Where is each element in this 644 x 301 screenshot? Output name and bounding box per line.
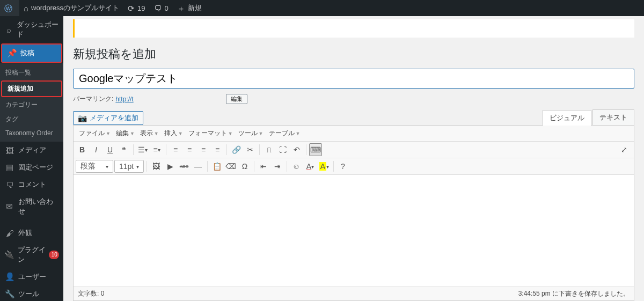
sidebar-label-dashboard: ダッシュボード xyxy=(17,20,59,39)
comments-count: 0 xyxy=(165,4,169,12)
menu-insert[interactable]: 挿入▼ xyxy=(162,128,185,139)
page-icon: ▤ xyxy=(4,163,15,172)
menu-table[interactable]: テーブル▼ xyxy=(267,128,303,139)
plug-icon: 🔌 xyxy=(4,250,14,260)
new-link[interactable]: ＋新規 xyxy=(173,0,206,16)
sidebar-item-users[interactable]: 👤ユーザー xyxy=(0,268,63,285)
sidebar-item-tools[interactable]: 🔧ツール xyxy=(0,285,63,301)
menu-file[interactable]: ファイル▼ xyxy=(77,128,113,139)
outdent-button[interactable]: ⇤ xyxy=(257,160,270,173)
sub-posts-list[interactable]: 投稿一覧 xyxy=(0,65,63,80)
sidebar-label-contact: お問い合わせ xyxy=(18,197,59,216)
undo-button[interactable]: ↶ xyxy=(290,143,303,156)
ol-button[interactable]: ≡▾ xyxy=(150,143,163,156)
image-button[interactable]: 🖼 xyxy=(150,160,163,173)
align-justify-button[interactable]: ≡ xyxy=(211,143,224,156)
unlink-button[interactable]: ✂ xyxy=(244,143,257,156)
fullscreen-button[interactable]: ⛶ xyxy=(276,143,289,156)
main: 新規投稿を追加 パーマリンク: http://t 編集 📷メディアを追加 ビジュ… xyxy=(63,0,644,301)
fullscreen-icon: ⤢ xyxy=(621,145,627,154)
align-left-button[interactable]: ≡ xyxy=(169,143,182,156)
textcolor-button[interactable]: A▾ xyxy=(304,160,317,173)
underline-button[interactable]: U xyxy=(104,143,116,156)
paragraph-select[interactable]: 段落▾ xyxy=(76,160,113,173)
sidebar-item-media[interactable]: 🖼メディア xyxy=(0,142,63,159)
wordpress-icon: ⓦ xyxy=(4,4,12,12)
media-button[interactable]: ▶ xyxy=(164,160,177,173)
keyboard-icon: ⌨ xyxy=(310,145,321,154)
expand-icon: ⛶ xyxy=(279,145,287,154)
align-right-button[interactable]: ≡ xyxy=(197,143,210,156)
menu-tools[interactable]: ツール▼ xyxy=(236,128,266,139)
editor-menubar: ファイル▼ 編集▼ 表示▼ 挿入▼ フォーマット▼ ツール▼ テーブル▼ xyxy=(74,126,634,142)
image-icon: 🖼 xyxy=(152,162,160,171)
paste-button[interactable]: 📋 xyxy=(210,160,223,173)
permalink-row: パーマリンク: http://t 編集 xyxy=(73,94,634,104)
outdent-icon: ⇤ xyxy=(260,162,267,171)
align-center-icon: ≡ xyxy=(187,145,192,154)
comments-link[interactable]: 🗨0 xyxy=(150,0,173,16)
sidebar-item-appearance[interactable]: 🖌外観 xyxy=(0,224,63,241)
editor-canvas[interactable] xyxy=(74,175,634,287)
more-button[interactable]: ⎍ xyxy=(262,143,275,156)
post-title-input[interactable] xyxy=(73,69,634,89)
eraser-icon: ⌫ xyxy=(225,162,236,171)
italic-button[interactable]: I xyxy=(90,143,103,156)
menu-edit[interactable]: 編集▼ xyxy=(114,128,137,139)
refresh-link[interactable]: ⟳19 xyxy=(123,0,149,16)
edit-permalink-button[interactable]: 編集 xyxy=(226,94,247,104)
sidebar-label-plugins: プラグイン xyxy=(18,245,47,265)
bgcolor-button[interactable]: A▾ xyxy=(318,160,331,173)
plus-icon: ＋ xyxy=(177,4,185,12)
sidebar-item-dashboard[interactable]: ⌕ダッシュボード xyxy=(0,16,63,43)
wrench-icon: 🔧 xyxy=(4,289,15,299)
sidebar-item-contact[interactable]: ✉お問い合わせ xyxy=(0,193,63,220)
add-media-button[interactable]: 📷メディアを追加 xyxy=(73,111,143,125)
strike-button[interactable]: ABC xyxy=(178,160,191,173)
sub-tags[interactable]: タグ xyxy=(0,112,63,127)
quote-icon: ❝ xyxy=(122,145,126,154)
sidebar-item-comments[interactable]: 🗨コメント xyxy=(0,176,63,193)
editor-toolbar-1: B I U ❝ ☰▾ ≡▾ ≡ ≡ ≡ ≡ 🔗 ✂ ⎍ ⛶ ↶ ⌨ ⤢ xyxy=(74,142,634,158)
dashboard-icon: ⌕ xyxy=(4,25,13,34)
sidebar-label-tools: ツール xyxy=(18,289,39,299)
sub-posts-new[interactable]: 新規追加 xyxy=(2,82,61,96)
bg-color-icon: A xyxy=(319,162,326,171)
menu-format[interactable]: フォーマット▼ xyxy=(186,128,235,139)
emoji-button[interactable]: ☺ xyxy=(290,160,303,173)
add-media-label: メディアを追加 xyxy=(90,113,138,123)
align-center-button[interactable]: ≡ xyxy=(183,143,196,156)
user-icon: 👤 xyxy=(4,272,15,282)
clear-format-button[interactable]: ⌫ xyxy=(224,160,237,173)
help-button[interactable]: ? xyxy=(336,160,349,173)
sub-taxonomy-order[interactable]: Taxonomy Order xyxy=(0,127,63,140)
sidebar-item-plugins[interactable]: 🔌プラグイン10 xyxy=(0,241,63,268)
paragraph-select-label: 段落 xyxy=(80,161,96,171)
menu-view[interactable]: 表示▼ xyxy=(138,128,161,139)
word-count: 文字数: 0 xyxy=(78,289,104,298)
tab-visual[interactable]: ビジュアル xyxy=(543,110,591,126)
bold-button[interactable]: B xyxy=(76,143,89,156)
specialchar-button[interactable]: Ω xyxy=(238,160,251,173)
blockquote-button[interactable]: ❝ xyxy=(118,143,130,156)
distraction-free-button[interactable]: ⤢ xyxy=(618,143,631,156)
home-icon: ⌂ xyxy=(24,4,28,12)
sidebar-item-pages[interactable]: ▤固定ページ xyxy=(0,159,63,176)
comment-icon: 🗨 xyxy=(4,180,15,189)
site-link[interactable]: ⌂wordpressのサンプルサイト xyxy=(19,0,123,16)
sidebar-item-posts[interactable]: 📌投稿 xyxy=(2,45,61,62)
wp-logo[interactable]: ⓦ xyxy=(0,0,19,16)
link-button[interactable]: 🔗 xyxy=(230,143,243,156)
tab-text[interactable]: テキスト xyxy=(592,109,634,125)
hr-button[interactable]: — xyxy=(192,160,204,173)
indent-button[interactable]: ⇥ xyxy=(271,160,284,173)
text-color-icon: A xyxy=(306,162,311,171)
permalink-label: パーマリンク: xyxy=(73,94,113,104)
permalink-url[interactable]: http://t xyxy=(115,96,133,103)
sub-categories[interactable]: カテゴリー xyxy=(0,98,63,112)
sidebar-label-comments: コメント xyxy=(18,180,46,189)
ul-button[interactable]: ☰▾ xyxy=(136,143,149,156)
fontsize-select[interactable]: 11pt▾ xyxy=(114,160,144,173)
toolbar-toggle-button[interactable]: ⌨ xyxy=(309,143,322,156)
hr-icon: — xyxy=(194,162,202,171)
